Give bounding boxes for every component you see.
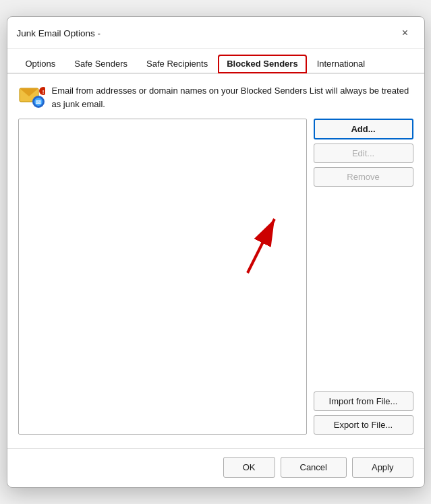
tab-safe-senders[interactable]: Safe Senders bbox=[65, 55, 136, 73]
tab-international[interactable]: International bbox=[308, 55, 374, 73]
dialog-title: Junk Email Options - bbox=[17, 28, 101, 38]
close-button[interactable]: × bbox=[396, 24, 415, 42]
main-content: ✉ ! Email from addresses or domain names… bbox=[7, 73, 424, 441]
email-icon: ✉ ! bbox=[18, 83, 45, 110]
import-button[interactable]: Import from File... bbox=[314, 391, 413, 411]
edit-button[interactable]: Edit... bbox=[314, 144, 413, 163]
action-buttons-panel: Add... Edit... Remove Import from File..… bbox=[314, 119, 413, 435]
svg-text:!: ! bbox=[42, 89, 44, 95]
apply-button[interactable]: Apply bbox=[352, 457, 413, 478]
tab-safe-recipients[interactable]: Safe Recipients bbox=[138, 55, 217, 73]
ok-button[interactable]: OK bbox=[223, 457, 275, 478]
footer-buttons: OK Cancel Apply bbox=[7, 448, 424, 487]
tab-options[interactable]: Options bbox=[17, 55, 65, 73]
list-buttons-container: Add... Edit... Remove Import from File..… bbox=[18, 119, 413, 435]
remove-button[interactable]: Remove bbox=[314, 167, 413, 187]
title-bar: Junk Email Options - × bbox=[7, 17, 424, 49]
info-description: Email from addresses or domain names on … bbox=[52, 83, 413, 111]
info-row: ✉ ! Email from addresses or domain names… bbox=[18, 83, 413, 111]
svg-text:✉: ✉ bbox=[36, 99, 41, 106]
export-button[interactable]: Export to File... bbox=[314, 415, 413, 435]
blocked-senders-list[interactable] bbox=[18, 119, 307, 435]
cancel-button[interactable]: Cancel bbox=[281, 457, 347, 478]
add-button[interactable]: Add... bbox=[314, 119, 413, 139]
tabs-container: Options Safe Senders Safe Recipients Blo… bbox=[7, 49, 424, 73]
tab-blocked-senders[interactable]: Blocked Senders bbox=[218, 55, 307, 73]
junk-email-options-dialog: Junk Email Options - × Options Safe Send… bbox=[7, 16, 425, 488]
